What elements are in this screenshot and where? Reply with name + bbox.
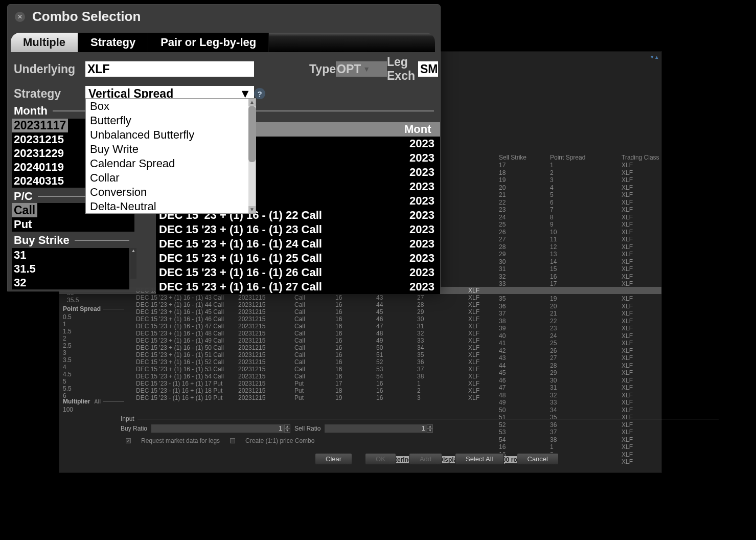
sell-ratio-value[interactable]: 1	[325, 424, 427, 433]
table-row[interactable]: 193XLF	[499, 176, 719, 184]
ok-button[interactable]: OK	[365, 453, 396, 465]
strategy-dropdown[interactable]: BoxButterflyUnbalanced ButterflyBuy Writ…	[85, 98, 256, 214]
table-row[interactable]: DEC 15 '23 + (1) 16 - (1) 53 Call2023121…	[59, 366, 661, 373]
table-row[interactable]: 2610XLF	[499, 229, 719, 236]
table-row[interactable]: 2812XLF	[499, 243, 719, 251]
table-row[interactable]: DEC 15 '23 - (1) 16 + (1) 17 Put20231215…	[59, 380, 661, 387]
table-row[interactable]: DEC 15 '23 - (1) 16 + (1) 19 Put20231215…	[59, 394, 661, 401]
spin-down-icon[interactable]: ▼	[284, 429, 290, 433]
table-row[interactable]: 171XLF	[499, 162, 719, 169]
table-row[interactable]: 2913XLF	[499, 251, 719, 258]
table-row[interactable]: 248XLF	[499, 214, 719, 221]
table-row[interactable]: DEC 15 '23 + (1) 16 - (1) 54 Call2023121…	[59, 373, 661, 380]
month-item[interactable]: 20231215	[12, 132, 88, 146]
tab-strategy[interactable]: Strategy	[78, 33, 148, 52]
help-icon[interactable]: ?	[254, 88, 265, 99]
underlying-input[interactable]: XLF	[85, 61, 254, 77]
table-row[interactable]: DEC 15 '23 + (1) 16 - (1) 47 Call2023121…	[59, 323, 661, 330]
table-row[interactable]: DEC 15 '23 - (1) 16 + (1) 18 Put20231215…	[59, 387, 661, 394]
month-item[interactable]: 20240315	[12, 174, 88, 188]
table-row[interactable]: DEC 15 '23 + (1) 16 - (1) 52 Call2023121…	[59, 358, 661, 366]
strategy-option[interactable]: Delta-Neutral	[86, 199, 256, 213]
type-select[interactable]: OPT▼	[336, 61, 387, 77]
table-row[interactable]: 237XLF	[499, 206, 719, 214]
table-row[interactable]: 5034XLF	[499, 407, 719, 414]
table-row[interactable]: 259XLF	[499, 221, 719, 229]
month-item[interactable]: 20240119	[12, 160, 88, 174]
results-header-month: Mont	[404, 122, 440, 137]
buy-ratio-field[interactable]: 1 ▲▼	[151, 424, 290, 433]
scrollbar[interactable]: ▲ ▼	[248, 99, 256, 213]
cancel-button[interactable]: Cancel	[517, 453, 559, 465]
checkbox-price-combo[interactable]	[230, 438, 235, 443]
spin-up-icon[interactable]: ▲	[427, 424, 433, 429]
buy-strike-item[interactable]: 31	[12, 248, 129, 262]
month-list[interactable]: 2023111720231215202312292024011920240315	[12, 119, 88, 188]
add-button[interactable]: Add	[409, 453, 442, 465]
spin-up-icon[interactable]: ▲	[284, 424, 290, 429]
table-row[interactable]: DEC 15 '23 + (1) 16 - (1) 50 Call2023121…	[59, 344, 661, 351]
scroll-up-icon[interactable]: ▲	[130, 248, 136, 254]
result-desc: DEC 15 '23 + (1) 16 - (1) 25 Call	[156, 251, 409, 265]
close-icon[interactable]: ✕	[15, 12, 25, 22]
table-row[interactable]: 3115XLF	[499, 265, 719, 273]
strategy-option[interactable]: Collar	[86, 170, 256, 185]
table-row[interactable]: DEC 15 '23 + (1) 16 - (1) 49 Call2023121…	[59, 337, 661, 344]
pc-item[interactable]: Call	[12, 203, 37, 217]
result-row[interactable]: DEC 15 '23 + (1) 16 - (1) 27 Call2023	[156, 280, 440, 294]
scrollbar-thumb[interactable]	[248, 106, 256, 162]
table-row[interactable]: 2711XLF	[499, 236, 719, 243]
tab-multiple[interactable]: Multiple	[11, 33, 78, 52]
buy-strike-item[interactable]: 31.5	[12, 262, 129, 276]
table-row[interactable]: 3216XLF	[499, 273, 719, 281]
month-item[interactable]: 20231229	[12, 146, 88, 160]
pc-item[interactable]: Put	[12, 217, 134, 232]
buy-strike-list[interactable]: 3131.532▲	[12, 248, 129, 289]
tab-pair-leg[interactable]: Pair or Leg-by-leg	[148, 33, 269, 52]
result-row[interactable]: DEC 15 '23 + (1) 16 - (1) 23 Call2023	[156, 222, 440, 237]
header-sell-strike: Sell Strike	[499, 154, 550, 161]
select-all-button[interactable]: Select All	[455, 453, 503, 465]
sell-ratio-field[interactable]: 1 ▲▼	[325, 424, 433, 433]
scroll-up-icon[interactable]: ▲	[248, 99, 256, 106]
buy-strike-item[interactable]: 32	[12, 276, 129, 289]
table-row[interactable]: 226XLF	[499, 199, 719, 207]
table-row[interactable]: 161XLF	[499, 443, 719, 451]
checkbox-market-data[interactable]: ✓	[126, 438, 131, 443]
window-title: Combo Selection	[32, 9, 141, 25]
strategy-option[interactable]: Butterfly	[86, 113, 256, 127]
leg-exch-label: Leg Exch	[387, 55, 415, 83]
table-row[interactable]: 3014XLF	[499, 258, 719, 266]
table-row[interactable]: DEC 15 '23 + (1) 16 - (1) 46 Call2023121…	[59, 316, 661, 323]
scrollbar[interactable]: ▲	[130, 248, 136, 279]
buy-ratio-value[interactable]: 1	[151, 424, 284, 433]
strategy-option[interactable]: Unbalanced Butterfly	[86, 127, 256, 142]
scroll-down-icon[interactable]: ▼	[248, 206, 256, 213]
result-row[interactable]: DEC 15 '23 + (1) 16 - (1) 24 Call2023	[156, 237, 440, 251]
leg-exch-input[interactable]: SMAR	[418, 61, 438, 77]
table-row[interactable]: DEC 15 '23 + (1) 16 - (1) 45 Call2023121…	[59, 308, 661, 316]
strategy-option[interactable]: Conversion	[86, 185, 256, 199]
spin-down-icon[interactable]: ▼	[427, 429, 433, 433]
strategy-option[interactable]: Buy Write	[86, 142, 256, 156]
strategy-option[interactable]: Calendar Spread	[86, 156, 256, 170]
table-row[interactable]: DEC 15 '23 + (1) 16 - (1) 44 Call2023121…	[59, 301, 661, 308]
table-row[interactable]: 182XLF	[499, 169, 719, 177]
month-item[interactable]: 20231117	[12, 119, 68, 132]
result-row[interactable]: DEC 15 '23 + (1) 16 - (1) 25 Call2023	[156, 251, 440, 265]
result-row[interactable]: DEC 15 '23 + (1) 16 - (1) 26 Call2023	[156, 265, 440, 280]
table-row[interactable]: 5438XLF	[499, 436, 719, 444]
table-row[interactable]: 204XLF	[499, 184, 719, 192]
table-row[interactable]: DEC 15 '23 + (1) 16 - (1) 48 Call2023121…	[59, 330, 661, 337]
table-row[interactable]: DEC 15 '23 + (1) 16 - (1) 51 Call2023121…	[59, 351, 661, 358]
multiplier-value[interactable]: 100	[63, 406, 124, 413]
clear-button[interactable]: Clear	[315, 453, 352, 465]
sell-ratio-label: Sell Ratio	[294, 425, 320, 432]
chevron-down-icon: ▼	[363, 65, 370, 73]
panel-collapse-icon[interactable]: ▾ ▴	[651, 54, 658, 60]
table-row[interactable]: 215XLF	[499, 191, 719, 199]
table-row[interactable]: DEC 15 '23 + (1) 16 - (1) 43 Call2023121…	[59, 294, 661, 301]
titlebar[interactable]: ✕ Combo Selection	[8, 5, 440, 29]
underlying-label: Underlying	[14, 62, 85, 76]
strategy-option[interactable]: Box	[86, 99, 256, 113]
